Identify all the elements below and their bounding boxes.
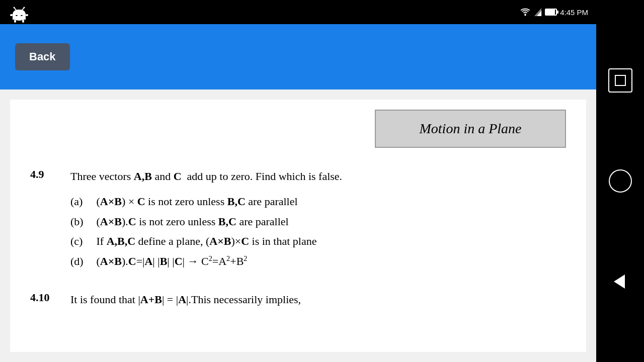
option-49d: (d) (A×B).C=|A| |B| |C| → C2=A2+B2	[70, 251, 566, 272]
status-bar: 4:45 PM	[0, 0, 596, 24]
recents-button[interactable]	[608, 68, 632, 93]
question-line-49: 4.9 Three vectors A,B and C add up to ze…	[30, 168, 566, 185]
chapter-title-text: Motion in a Plane	[420, 121, 522, 136]
svg-rect-15	[615, 75, 625, 85]
option-49a: (a) (A×B) × C is not zero unless B,C are…	[70, 192, 566, 212]
home-button[interactable]	[609, 169, 632, 193]
svg-rect-9	[22, 20, 24, 23]
back-nav-button[interactable]	[608, 269, 632, 294]
wifi-icon	[520, 8, 531, 16]
svg-point-12	[524, 14, 526, 16]
svg-point-5	[14, 7, 15, 9]
q-text-410: It is found that |A+B| = |A|.This necess…	[70, 291, 301, 308]
svg-point-7	[24, 7, 25, 9]
q-number-49: 4.9	[30, 168, 70, 181]
top-bar: Back	[0, 24, 596, 89]
question-block-49: 4.9 Three vectors A,B and C add up to ze…	[30, 163, 566, 271]
option-49b: (b) (A×B).C is not zero unless B,C are p…	[70, 212, 566, 232]
svg-rect-10	[10, 14, 13, 16]
question-line-410: 4.10 It is found that |A+B| = |A|.This n…	[30, 291, 566, 308]
question-block-410: 4.10 It is found that |A+B| = |A|.This n…	[30, 286, 566, 308]
content-inner: Motion in a Plane 4.9 Three vectors A,B …	[10, 100, 586, 352]
q-text-49: Three vectors A,B and C add up to zero. …	[70, 168, 342, 185]
option-49c: (c) If A,B,C define a plane, (A×B)×C is …	[70, 231, 566, 251]
chapter-title-box: Motion in a Plane	[375, 110, 566, 148]
back-button[interactable]: Back	[15, 43, 70, 70]
main-area: 4:45 PM Back Motion in a Plane 4.9 Three…	[0, 0, 596, 362]
q-number-410: 4.10	[30, 291, 70, 304]
status-time: 4:45 PM	[560, 8, 588, 17]
svg-rect-1	[13, 15, 26, 20]
svg-rect-11	[26, 14, 28, 16]
svg-rect-8	[14, 20, 16, 23]
right-sidebar	[596, 0, 644, 362]
battery-icon	[545, 9, 557, 16]
content-area: Motion in a Plane 4.9 Three vectors A,B …	[0, 89, 596, 362]
android-icon	[10, 5, 28, 25]
signal-icon	[534, 8, 542, 16]
status-icons: 4:45 PM	[520, 8, 588, 17]
options-list-49: (a) (A×B) × C is not zero unless B,C are…	[70, 192, 566, 271]
